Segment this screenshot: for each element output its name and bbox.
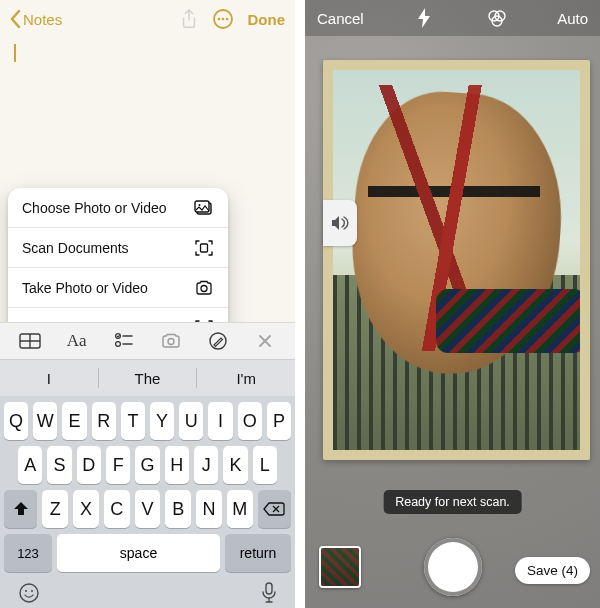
auto-mode-button[interactable]: Auto bbox=[557, 10, 588, 27]
key-h[interactable]: H bbox=[165, 446, 189, 484]
document-scanner-screen: Cancel Auto Ready for next scan. bbox=[305, 0, 600, 608]
camera-icon bbox=[160, 333, 182, 349]
key-j[interactable]: J bbox=[194, 446, 218, 484]
save-button[interactable]: Save (4) bbox=[515, 557, 590, 584]
dictation-button[interactable] bbox=[261, 582, 277, 608]
filters-icon bbox=[487, 8, 507, 28]
notes-app-screen: Notes Done Choose Photo or Video Scan D bbox=[0, 0, 295, 608]
svg-point-14 bbox=[20, 584, 38, 602]
key-x[interactable]: X bbox=[73, 490, 99, 528]
backspace-icon bbox=[263, 502, 285, 516]
close-icon bbox=[258, 334, 272, 348]
key-z[interactable]: Z bbox=[42, 490, 68, 528]
more-button[interactable] bbox=[212, 8, 234, 30]
flash-button[interactable] bbox=[410, 8, 438, 28]
emoji-button[interactable] bbox=[18, 582, 40, 608]
shutter-button[interactable] bbox=[424, 538, 482, 596]
svg-point-1 bbox=[217, 18, 220, 21]
key-n[interactable]: N bbox=[196, 490, 222, 528]
done-button[interactable]: Done bbox=[248, 11, 286, 28]
key-w[interactable]: W bbox=[33, 402, 57, 440]
menu-item-scan-documents[interactable]: Scan Documents bbox=[8, 228, 228, 268]
scanner-navbar: Cancel Auto bbox=[305, 0, 600, 36]
table-button[interactable] bbox=[10, 333, 50, 349]
camera-button[interactable] bbox=[151, 333, 191, 349]
doc-scan-icon bbox=[194, 239, 214, 257]
camera-icon bbox=[194, 280, 214, 296]
key-space[interactable]: space bbox=[57, 534, 220, 572]
scan-thumbnail[interactable] bbox=[319, 546, 361, 588]
key-g[interactable]: G bbox=[135, 446, 159, 484]
emoji-icon bbox=[18, 582, 40, 604]
key-k[interactable]: K bbox=[223, 446, 247, 484]
filter-button[interactable] bbox=[483, 8, 511, 28]
key-f[interactable]: F bbox=[106, 446, 130, 484]
key-d[interactable]: D bbox=[77, 446, 101, 484]
svg-point-2 bbox=[221, 18, 224, 21]
suggestion-2[interactable]: I'm bbox=[197, 360, 295, 396]
key-a[interactable]: A bbox=[18, 446, 42, 484]
back-button[interactable]: Notes bbox=[10, 10, 62, 28]
svg-point-11 bbox=[115, 342, 120, 347]
key-m[interactable]: M bbox=[227, 490, 253, 528]
menu-item-label: Choose Photo or Video bbox=[22, 200, 167, 216]
key-c[interactable]: C bbox=[104, 490, 130, 528]
notes-navbar: Notes Done bbox=[0, 0, 295, 38]
key-v[interactable]: V bbox=[135, 490, 161, 528]
share-icon bbox=[180, 9, 198, 29]
key-backspace[interactable] bbox=[258, 490, 291, 528]
key-shift[interactable] bbox=[4, 490, 37, 528]
text-cursor bbox=[14, 44, 16, 62]
key-e[interactable]: E bbox=[62, 402, 86, 440]
key-r[interactable]: R bbox=[92, 402, 116, 440]
menu-item-take-photo[interactable]: Take Photo or Video bbox=[8, 268, 228, 308]
key-i[interactable]: I bbox=[208, 402, 232, 440]
svg-point-3 bbox=[225, 18, 228, 21]
markup-button[interactable] bbox=[198, 331, 238, 351]
svg-point-12 bbox=[168, 339, 174, 345]
key-p[interactable]: P bbox=[267, 402, 291, 440]
menu-item-choose-photo[interactable]: Choose Photo or Video bbox=[8, 188, 228, 228]
key-s[interactable]: S bbox=[47, 446, 71, 484]
markup-icon bbox=[208, 331, 228, 351]
svg-point-15 bbox=[25, 590, 27, 592]
svg-point-8 bbox=[201, 285, 207, 291]
text-format-button[interactable]: Aa bbox=[57, 331, 97, 351]
back-label: Notes bbox=[23, 11, 62, 28]
svg-rect-7 bbox=[201, 244, 208, 252]
ellipsis-circle-icon bbox=[212, 8, 234, 30]
key-q[interactable]: Q bbox=[4, 402, 28, 440]
menu-item-label: Take Photo or Video bbox=[22, 280, 148, 296]
key-b[interactable]: B bbox=[165, 490, 191, 528]
shift-icon bbox=[12, 501, 30, 517]
checklist-button[interactable] bbox=[104, 332, 144, 350]
mute-toggle[interactable] bbox=[323, 200, 357, 246]
key-u[interactable]: U bbox=[179, 402, 203, 440]
cancel-button[interactable]: Cancel bbox=[317, 10, 364, 27]
share-button[interactable] bbox=[180, 9, 198, 29]
key-o[interactable]: O bbox=[238, 402, 262, 440]
suggestion-0[interactable]: I bbox=[0, 360, 98, 396]
note-editor[interactable] bbox=[0, 38, 295, 188]
key-return[interactable]: return bbox=[225, 534, 291, 572]
key-123[interactable]: 123 bbox=[4, 534, 52, 572]
scan-preview bbox=[323, 60, 590, 460]
microphone-icon bbox=[261, 582, 277, 604]
suggestion-1[interactable]: The bbox=[99, 360, 197, 396]
flash-icon bbox=[417, 8, 431, 28]
key-t[interactable]: T bbox=[121, 402, 145, 440]
speaker-icon bbox=[331, 215, 349, 231]
photo-stack-icon bbox=[194, 200, 214, 216]
key-y[interactable]: Y bbox=[150, 402, 174, 440]
checklist-icon bbox=[114, 332, 134, 350]
menu-item-label: Scan Documents bbox=[22, 240, 129, 256]
scanner-controls: Save (4) bbox=[305, 526, 600, 608]
key-l[interactable]: L bbox=[253, 446, 277, 484]
svg-point-16 bbox=[31, 590, 33, 592]
close-toolbar-button[interactable] bbox=[245, 334, 285, 348]
svg-point-6 bbox=[199, 204, 201, 206]
chevron-left-icon bbox=[10, 10, 21, 28]
scan-status-toast: Ready for next scan. bbox=[383, 490, 522, 514]
table-icon bbox=[19, 333, 41, 349]
keyboard-suggestions: I The I'm bbox=[0, 360, 295, 396]
